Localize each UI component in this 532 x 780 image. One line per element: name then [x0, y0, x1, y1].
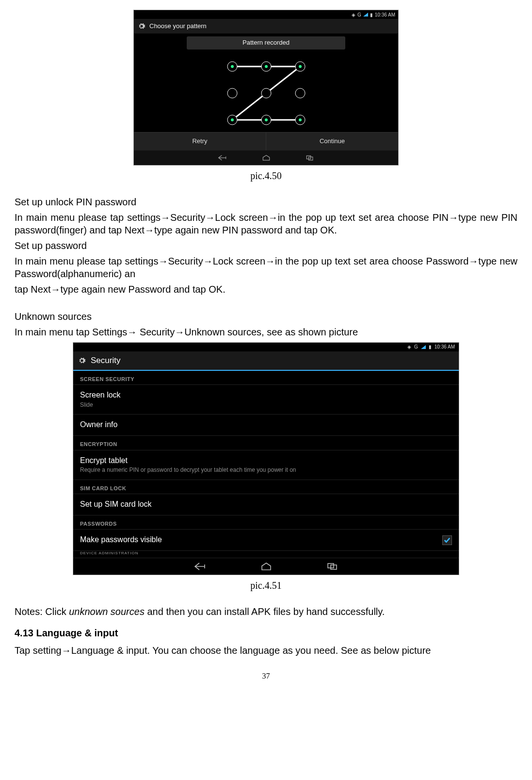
- body-text: Set up password: [15, 239, 517, 252]
- setting-title: Screen lock: [80, 390, 121, 400]
- page-number: 37: [15, 671, 517, 681]
- setting-title: Make passwords visible: [80, 535, 162, 545]
- section-heading-413: 4.13 Language & input: [15, 627, 517, 639]
- network-g-icon: G: [357, 12, 361, 18]
- status-bar: ◈ G ▮ 10:36 AM: [134, 10, 398, 19]
- system-nav-bar: [73, 558, 459, 575]
- setting-screen-lock[interactable]: Screen lock Slide: [73, 385, 459, 415]
- setting-title: Encrypt tablet: [80, 456, 296, 466]
- status-bar: ◈ G ▮ 10:36 AM: [73, 343, 459, 351]
- signal-icon: [363, 13, 368, 17]
- setting-subtitle: Slide: [80, 401, 121, 409]
- back-icon[interactable]: [218, 154, 227, 162]
- setting-passwords-visible[interactable]: Make passwords visible: [73, 530, 459, 551]
- svg-point-8: [295, 88, 305, 98]
- svg-point-1: [231, 65, 234, 68]
- retry-button[interactable]: Retry: [134, 133, 266, 150]
- screenshot-choose-pattern: ◈ G ▮ 10:36 AM Choose your pattern Patte…: [133, 10, 399, 166]
- system-nav-bar: [134, 150, 398, 165]
- body-text: In main menu tap Settings→ Security→Unkn…: [15, 326, 517, 338]
- notes-italic: unknown sources: [69, 606, 145, 617]
- body-text: Tap setting→Language & input. You can ch…: [15, 644, 517, 657]
- notes-suffix: and then you can install APK files by ha…: [145, 606, 385, 617]
- svg-point-5: [299, 65, 302, 68]
- battery-icon: ▮: [429, 344, 432, 350]
- app-bar: Choose your pattern: [134, 19, 398, 33]
- svg-point-10: [231, 118, 234, 121]
- body-text: Unknown sources: [15, 310, 517, 323]
- setting-subtitle: Require a numeric PIN or password to dec…: [80, 466, 296, 474]
- category-device-administration-cutoff: DEVICE ADMINISTRATION: [73, 551, 459, 558]
- setting-title: Owner info: [80, 420, 117, 430]
- setting-owner-info[interactable]: Owner info: [73, 415, 459, 436]
- body-text: In main menu please tap settings→Securit…: [15, 255, 517, 280]
- toast-pattern-recorded: Pattern recorded: [187, 36, 345, 50]
- app-bar-title: Security: [91, 355, 120, 366]
- checkbox-checked-icon[interactable]: [442, 535, 452, 545]
- recent-apps-icon[interactable]: [305, 154, 315, 162]
- signal-icon: [421, 345, 426, 349]
- wifi-icon: ◈: [352, 12, 355, 18]
- svg-point-7: [261, 88, 271, 98]
- status-time: 10:36 AM: [435, 344, 455, 350]
- status-time: 10:36 AM: [375, 12, 395, 18]
- svg-point-6: [227, 88, 237, 98]
- body-text: Set up unlock PIN password: [15, 196, 517, 208]
- setting-title: Set up SIM card lock: [80, 499, 152, 510]
- app-bar[interactable]: Security: [73, 351, 459, 371]
- figure-caption-1: pic.4.50: [15, 169, 517, 182]
- gear-icon: [138, 22, 145, 30]
- wifi-icon: ◈: [407, 344, 411, 350]
- category-passwords: PASSWORDS: [73, 515, 459, 530]
- pattern-grid[interactable]: [134, 54, 398, 132]
- continue-button[interactable]: Continue: [266, 133, 398, 150]
- home-icon[interactable]: [260, 562, 273, 571]
- recent-apps-icon[interactable]: [326, 562, 339, 571]
- gear-icon: [78, 357, 86, 365]
- screenshot-security-settings: ◈ G ▮ 10:36 AM Security SCREEN SECURITY …: [73, 342, 459, 575]
- body-text: In main menu please tap settings→Securit…: [15, 211, 517, 236]
- battery-icon: ▮: [370, 12, 373, 18]
- figure-caption-2: pic.4.51: [15, 579, 517, 592]
- svg-point-3: [265, 65, 268, 68]
- back-icon[interactable]: [194, 562, 207, 571]
- setting-sim-card-lock[interactable]: Set up SIM card lock: [73, 494, 459, 515]
- home-icon[interactable]: [261, 154, 271, 162]
- category-screen-security: SCREEN SECURITY: [73, 371, 459, 385]
- network-g-icon: G: [414, 344, 418, 350]
- svg-point-12: [265, 118, 268, 121]
- setting-encrypt-tablet[interactable]: Encrypt tablet Require a numeric PIN or …: [73, 450, 459, 480]
- category-sim-card-lock: SIM CARD LOCK: [73, 480, 459, 494]
- notes-text: Notes: Click unknown sources and then yo…: [15, 605, 517, 618]
- category-encryption: ENCRYPTION: [73, 436, 459, 450]
- body-text: tap Next→type again new Password and tap…: [15, 283, 517, 296]
- svg-point-14: [299, 118, 302, 121]
- notes-prefix: Notes: Click: [15, 606, 69, 617]
- app-bar-title: Choose your pattern: [149, 22, 207, 31]
